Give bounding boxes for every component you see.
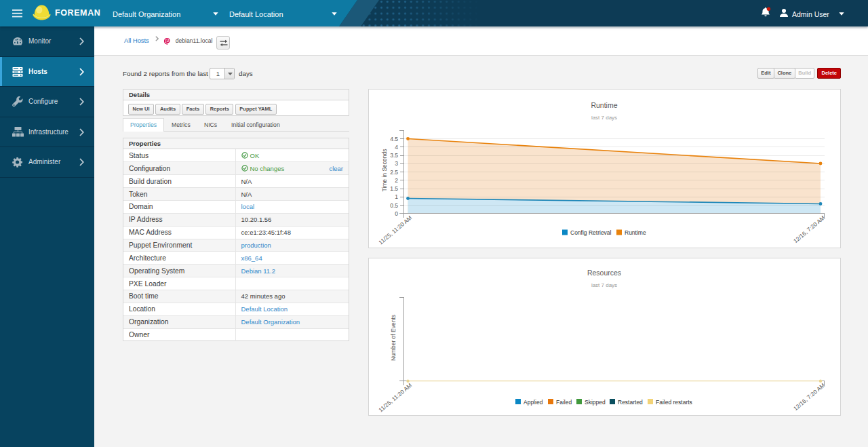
svg-text:2: 2 [395, 177, 398, 184]
svg-text:1.5: 1.5 [390, 185, 398, 192]
svg-text:0.5: 0.5 [390, 202, 398, 209]
svg-text:12/16, 7:20 AM: 12/16, 7:20 AM [792, 382, 826, 412]
svg-text:1: 1 [395, 193, 398, 200]
svg-text:0: 0 [395, 210, 398, 217]
svg-text:Restarted: Restarted [618, 399, 643, 406]
svg-text:11/25, 11:20 AM: 11/25, 11:20 AM [377, 214, 413, 246]
svg-text:3: 3 [395, 160, 398, 167]
svg-text:Resources: Resources [587, 269, 621, 277]
svg-text:4.5: 4.5 [390, 136, 398, 142]
svg-text:11/25, 11:20 AM: 11/25, 11:20 AM [377, 382, 413, 414]
svg-text:Runtime: Runtime [625, 229, 646, 236]
svg-text:12/16, 7:20 AM: 12/16, 7:20 AM [792, 214, 826, 244]
svg-text:2.5: 2.5 [390, 169, 398, 176]
svg-text:Applied: Applied [524, 399, 543, 406]
svg-text:Number of Events: Number of Events [390, 315, 397, 361]
svg-text:Config Retrieval: Config Retrieval [570, 229, 612, 236]
svg-text:Time in Seconds: Time in Seconds [381, 149, 388, 192]
svg-text:4: 4 [395, 144, 398, 151]
svg-text:Failed restarts: Failed restarts [656, 399, 692, 406]
svg-text:last 7 days: last 7 days [591, 115, 617, 121]
svg-text:Failed: Failed [556, 399, 572, 406]
svg-text:Runtime: Runtime [591, 101, 617, 109]
svg-text:last 7 days: last 7 days [591, 282, 617, 288]
svg-text:3.5: 3.5 [390, 152, 398, 159]
svg-text:Skipped: Skipped [585, 399, 606, 406]
